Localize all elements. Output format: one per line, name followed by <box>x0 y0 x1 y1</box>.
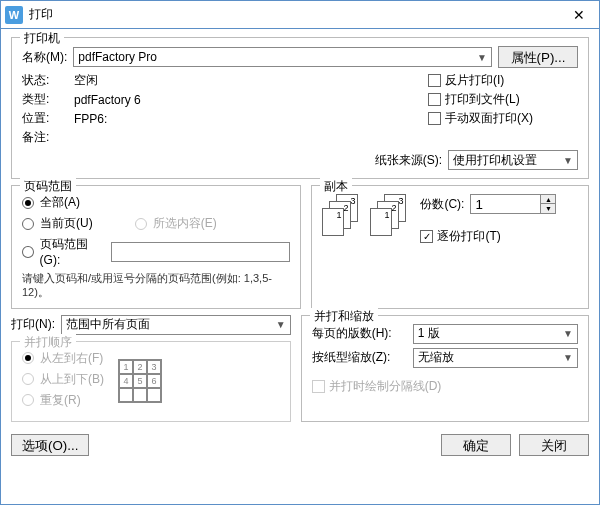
order-tb-radio <box>22 373 34 385</box>
range-all-radio[interactable] <box>22 197 34 209</box>
type-label: 类型: <box>22 91 66 108</box>
remark-label: 备注: <box>22 129 66 146</box>
draw-lines-label: 并打时绘制分隔线(D) <box>329 378 442 395</box>
window-title: 打印 <box>29 6 563 23</box>
page-range-title: 页码范围 <box>20 178 76 195</box>
titlebar: W 打印 ✕ <box>1 1 599 29</box>
scale-select[interactable]: 无缩放 ▼ <box>413 348 578 368</box>
pages-per-select[interactable]: 1 版 ▼ <box>413 324 578 344</box>
type-value: pdfFactory 6 <box>74 93 420 107</box>
scale-value: 无缩放 <box>418 349 454 366</box>
range-pages-label: 页码范围(G): <box>40 236 106 267</box>
copies-count-input[interactable] <box>470 194 540 214</box>
order-lr-radio <box>22 352 34 364</box>
manual-duplex-label: 手动双面打印(X) <box>445 110 533 127</box>
collate-icon: 3 2 1 3 2 1 <box>322 194 410 236</box>
printer-name-select[interactable]: pdfFactory Pro ▼ <box>73 47 492 67</box>
range-selection-label: 所选内容(E) <box>153 215 217 232</box>
merge-zoom-section: 并打和缩放 每页的版数(H): 1 版 ▼ 按纸型缩放(Z): 无缩放 ▼ <box>301 315 589 422</box>
app-icon: W <box>5 6 23 24</box>
reverse-print-checkbox[interactable] <box>428 74 441 87</box>
pages-per-label: 每页的版数(H): <box>312 325 407 342</box>
copies-count-spinner[interactable]: ▲▼ <box>470 194 556 214</box>
location-label: 位置: <box>22 110 66 127</box>
range-selection-radio <box>135 218 147 230</box>
draw-lines-checkbox <box>312 380 325 393</box>
chevron-down-icon: ▼ <box>563 155 573 166</box>
options-button[interactable]: 选项(O)... <box>11 434 89 456</box>
merge-order-section: 并打顺序 从左到右(F) 从上到下(B) 重复(R) 123456 <box>11 341 291 422</box>
collate-label: 逐份打印(T) <box>437 228 500 245</box>
paper-source-value: 使用打印机设置 <box>453 152 537 169</box>
chevron-down-icon: ▼ <box>563 352 573 363</box>
properties-button[interactable]: 属性(P)... <box>498 46 578 68</box>
merge-order-title: 并打顺序 <box>20 334 76 351</box>
range-all-label: 全部(A) <box>40 194 80 211</box>
range-current-radio[interactable] <box>22 218 34 230</box>
order-lr-label: 从左到右(F) <box>40 350 103 367</box>
printer-section-title: 打印机 <box>20 30 64 47</box>
print-to-file-checkbox[interactable] <box>428 93 441 106</box>
print-what-value: 范围中所有页面 <box>66 316 150 333</box>
spinner-down-icon[interactable]: ▼ <box>541 204 555 213</box>
copies-count-label: 份数(C): <box>420 196 464 213</box>
order-repeat-label: 重复(R) <box>40 392 81 409</box>
chevron-down-icon: ▼ <box>477 52 487 63</box>
close-button[interactable]: 关闭 <box>519 434 589 456</box>
print-what-select[interactable]: 范围中所有页面 ▼ <box>61 315 291 335</box>
ok-button[interactable]: 确定 <box>441 434 511 456</box>
page-range-section: 页码范围 全部(A) 当前页(U) 所选内容(E) 页码范围(G): 请键入页码… <box>11 185 301 309</box>
range-hint: 请键入页码和/或用逗号分隔的页码范围(例如: 1,3,5-12)。 <box>22 271 290 300</box>
range-pages-radio[interactable] <box>22 246 34 258</box>
status-value: 空闲 <box>74 72 420 89</box>
manual-duplex-checkbox[interactable] <box>428 112 441 125</box>
merge-zoom-title: 并打和缩放 <box>310 308 378 325</box>
chevron-down-icon: ▼ <box>276 319 286 330</box>
order-preview-icon: 123456 <box>118 359 162 403</box>
print-dialog: W 打印 ✕ 打印机 名称(M): pdfFactory Pro ▼ 属性(P)… <box>0 0 600 505</box>
print-to-file-label: 打印到文件(L) <box>445 91 520 108</box>
collate-checkbox[interactable] <box>420 230 433 243</box>
status-label: 状态: <box>22 72 66 89</box>
location-value: FPP6: <box>74 112 420 126</box>
range-pages-input[interactable] <box>111 242 290 262</box>
paper-source-select[interactable]: 使用打印机设置 ▼ <box>448 150 578 170</box>
order-repeat-radio <box>22 394 34 406</box>
spinner-up-icon[interactable]: ▲ <box>541 195 555 204</box>
range-current-label: 当前页(U) <box>40 215 93 232</box>
reverse-print-label: 反片打印(I) <box>445 72 504 89</box>
printer-section: 打印机 名称(M): pdfFactory Pro ▼ 属性(P)... 状态:… <box>11 37 589 179</box>
chevron-down-icon: ▼ <box>563 328 573 339</box>
copies-section: 副本 3 2 1 3 2 1 <box>311 185 589 309</box>
pages-per-value: 1 版 <box>418 325 440 342</box>
print-what-label: 打印(N): <box>11 316 55 333</box>
printer-name-value: pdfFactory Pro <box>78 50 157 64</box>
scale-label: 按纸型缩放(Z): <box>312 349 407 366</box>
footer: 选项(O)... 确定 关闭 <box>11 428 589 456</box>
order-tb-label: 从上到下(B) <box>40 371 104 388</box>
close-icon[interactable]: ✕ <box>563 7 595 23</box>
copies-title: 副本 <box>320 178 352 195</box>
paper-source-label: 纸张来源(S): <box>375 152 442 169</box>
printer-name-label: 名称(M): <box>22 49 67 66</box>
